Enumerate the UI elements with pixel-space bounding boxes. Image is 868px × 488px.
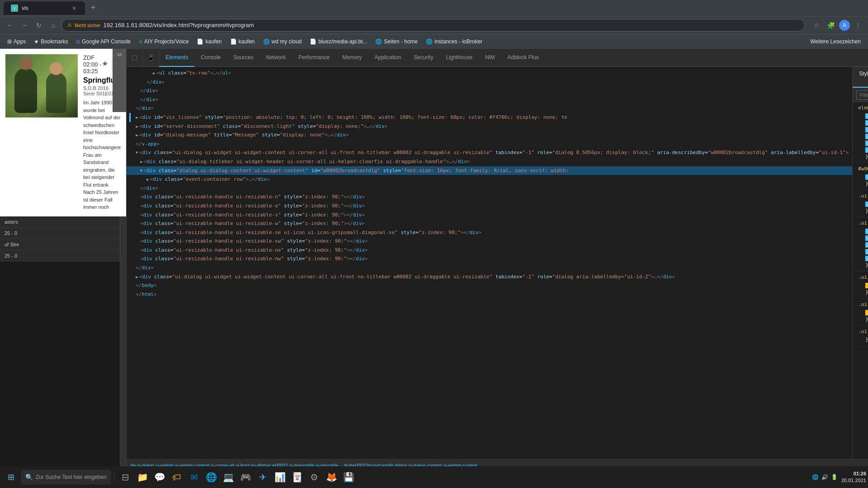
instances-bookmark[interactable]: 🌐 instances - ioBroker <box>422 37 486 47</box>
style-checkbox-10[interactable]: ✓ <box>865 235 868 241</box>
html-line-close-main[interactable]: </div> <box>127 263 852 272</box>
volume-icon[interactable]: 🔊 <box>821 474 828 480</box>
browser-tab[interactable]: v vis × <box>4 1 85 15</box>
style-checkbox-13[interactable]: ✓ <box>865 256 868 261</box>
html-line-resizable-s[interactable]: <div class="ui-resizable-handle ui-resiz… <box>127 211 852 220</box>
google-api-bookmark[interactable]: G Google API Console <box>72 37 134 47</box>
style-checkbox-4[interactable]: ✓ <box>865 134 868 139</box>
style-prop-z-index[interactable]: ✓ z-index : 12 ; <box>858 174 868 180</box>
taskbar-excel-button[interactable]: 📊 <box>272 469 288 485</box>
html-line-resizable-se[interactable]: <div class="ui-resizable-handle ui-resiz… <box>127 228 852 237</box>
kaufen1-bookmark[interactable]: 📄 kaufen <box>193 37 225 47</box>
taskbar-clock[interactable]: 01:26 20.01.2021 <box>841 470 866 484</box>
tab-application[interactable]: Application <box>368 49 407 67</box>
taskbar-firefox-button[interactable]: 🦊 <box>323 469 340 485</box>
style-prop-width[interactable]: ✓ width : auto ; <box>858 126 868 133</box>
new-tab-button[interactable]: + <box>87 2 99 14</box>
html-line-resizable-w[interactable]: <div class="ui-resizable-handle ui-resiz… <box>127 219 852 228</box>
html-panel[interactable]: ▶<ul class="tv-row">…</ul> </div> </div>… <box>127 67 852 459</box>
tab-sources[interactable]: Sources <box>227 49 259 67</box>
bookmarks-folder[interactable]: ★ Bookmarks <box>30 37 71 47</box>
html-line-5[interactable]: </div> <box>127 104 852 113</box>
extensions-icon[interactable]: 🧩 <box>825 19 837 32</box>
html-line-resizable-n[interactable]: <div class="ui-resizable-handle ui-resiz… <box>127 192 852 202</box>
html-line-titlebar[interactable]: ▶<div class="ui-dialog-titlebar ui-widge… <box>127 157 852 166</box>
html-line-html-close[interactable]: </html> <box>127 290 852 299</box>
menu-icon[interactable]: ⋮ <box>852 19 864 32</box>
styles-filter-input[interactable] <box>856 90 868 100</box>
styles-tab-styles[interactable]: Styles <box>853 67 868 88</box>
html-line-body-close[interactable]: </body> <box>127 281 852 290</box>
taskbar-vscode-button[interactable]: 💻 <box>220 469 236 485</box>
taskbar-telegram-button[interactable]: ✈ <box>255 469 271 485</box>
style-prop-padding-jquery[interactable]: ✓ padding : ▶ .5em 1em ; <box>858 241 868 248</box>
html-line-server-disconnect[interactable]: ▶<div id="server-disconnect" class="disc… <box>127 122 852 131</box>
forward-button[interactable]: → <box>18 19 31 32</box>
html-line-dialog-content[interactable]: ▶<div class="dialog ui-dialog-content ui… <box>127 166 852 175</box>
style-prop-bg-widget-1[interactable]: ⚠ background : black !important ; <box>858 282 868 289</box>
bookmark-star-icon[interactable]: ☆ <box>810 19 823 32</box>
apps-bookmark[interactable]: ⊞ Apps <box>4 37 29 47</box>
html-line-resizable-e[interactable]: <div class="ui-resizable-handle ui-resiz… <box>127 202 852 211</box>
tab-performance[interactable]: Performance <box>292 49 336 67</box>
html-line-ui-dialog-2[interactable]: ▶<div class="ui-dialog ui-widget ui-widg… <box>127 272 852 282</box>
tab-network[interactable]: Network <box>259 49 292 67</box>
tab-adblock[interactable]: Adblock Plus <box>501 49 545 67</box>
more-bookmarks[interactable]: Weitere Lesezeichen <box>807 37 864 47</box>
taskbar-settings-button[interactable]: ⚙ <box>306 469 322 485</box>
seiten-bookmark[interactable]: 🌐 Seiten - home <box>372 37 421 47</box>
style-prop-padding-vis[interactable]: ✓ padding : ▶ .5em 0 ; <box>858 201 868 207</box>
style-checkbox-8[interactable]: ✓ <box>865 202 868 207</box>
style-checkbox-14[interactable]: ⚠ <box>865 283 868 288</box>
html-line-resizable-ne[interactable]: <div class="ui-resizable-handle ui-resiz… <box>127 246 852 255</box>
aiy-bookmark[interactable]: A AIY Projects/Voice <box>135 37 192 47</box>
style-checkbox-12[interactable]: ✓ <box>865 249 868 254</box>
style-prop-font-size[interactable]: ✓ font-size : 16px ; <box>858 113 868 119</box>
taskbar-save-button[interactable]: 💾 <box>340 469 357 485</box>
back-button[interactable]: ← <box>4 19 16 32</box>
html-line-3[interactable]: </div> <box>127 86 852 95</box>
tab-lighthouse[interactable]: Lighthouse <box>439 49 479 67</box>
style-checkbox-15[interactable]: ⚠ <box>865 310 868 315</box>
battery-icon[interactable]: 🔋 <box>831 474 838 480</box>
html-line-resizable-sw[interactable]: <div class="ui-resizable-handle ui-resiz… <box>127 237 852 246</box>
style-prop-background-jquery[interactable]: ✓ background : ▶ none ; <box>858 248 868 255</box>
style-checkbox-9[interactable]: ✓ <box>865 229 868 234</box>
devtools-device-icon[interactable]: 📱 <box>143 49 159 66</box>
taskbar-view-button[interactable]: ⊟ <box>117 469 133 485</box>
bluez-bookmark[interactable]: 📄 bluez/media-api.bt... <box>306 37 371 47</box>
style-prop-border[interactable]: ✓ border : ▶ 0 ; <box>858 235 868 241</box>
html-line-vis-license[interactable]: ▶<div id="vis_license" style="position: … <box>127 113 852 122</box>
style-checkbox-11[interactable]: ✓ <box>865 242 868 248</box>
wd-cloud-bookmark[interactable]: 🌐 wd my cloud <box>259 37 306 47</box>
taskbar-chat-button[interactable]: 💬 <box>151 469 168 485</box>
taskbar-games-button[interactable]: 🃏 <box>289 469 305 485</box>
style-prop-max-height[interactable]: ✓ max-height : none ; <box>858 140 868 146</box>
tab-security[interactable]: Security <box>407 49 439 67</box>
html-line-ui-dialog[interactable]: ▶<div class="ui-dialog ui-widget ui-widg… <box>127 148 852 157</box>
kaufen2-bookmark[interactable]: 📄 kaufen <box>226 37 259 47</box>
home-button[interactable]: ⌂ <box>47 19 60 32</box>
tab-elements[interactable]: Elements <box>159 49 194 67</box>
tab-nim[interactable]: NiM <box>479 49 501 67</box>
html-line-close-div[interactable]: </div> <box>127 184 852 193</box>
html-line-event-container[interactable]: ▶<div class="event-container row">…</div… <box>127 175 852 184</box>
tab-console[interactable]: Console <box>194 49 227 67</box>
tv-show-star-button[interactable]: ★ <box>102 59 108 70</box>
style-checkbox-1[interactable]: ✓ <box>865 113 868 119</box>
html-line-resizable-nw[interactable]: <div class="ui-resizable-handle ui-resiz… <box>127 254 852 263</box>
taskbar-store-button[interactable]: 🏷 <box>169 469 185 485</box>
taskbar-search-box[interactable]: 🔍 Zur Suche Text hier eingeben <box>21 470 111 484</box>
style-prop-height[interactable]: ✓ height : 348.5px ; <box>858 146 868 153</box>
taskbar-steam-button[interactable]: 🎮 <box>237 469 254 485</box>
style-prop-overflow[interactable]: ✓ overflow : ▶ auto ; <box>858 255 868 262</box>
style-prop-bg-widget-2[interactable]: ⚠ background : black !important ; <box>858 309 868 316</box>
html-line-1[interactable]: ▶<ul class="tv-row">…</ul> <box>127 69 852 78</box>
style-checkbox-2[interactable]: ✓ <box>865 120 868 126</box>
tab-memory[interactable]: Memory <box>336 49 368 67</box>
address-bar[interactable]: ⚠ Nicht sicher 192.168.1.61:8082/vis/ind… <box>61 19 805 32</box>
html-line-dialog-message[interactable]: ▶<div id="dialog-message" title="Message… <box>127 131 852 140</box>
style-prop-position[interactable]: ✓ position : relative ; <box>858 228 868 235</box>
style-checkbox-7[interactable]: ✓ <box>865 174 868 180</box>
taskbar-files-button[interactable]: 📁 <box>134 469 151 485</box>
